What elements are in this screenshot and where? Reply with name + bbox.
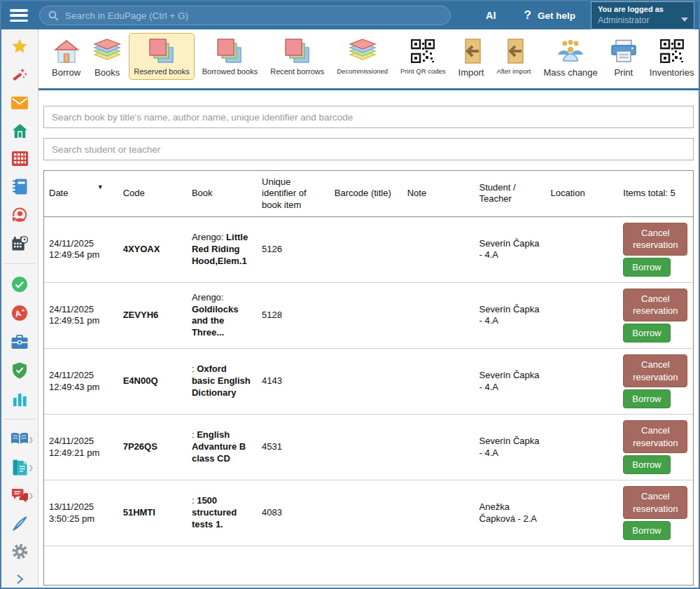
cancel-reservation-button[interactable]: Cancel reservation (623, 223, 687, 256)
reserved-books-panel: ▼Date Code Book Unique identifier of boo… (38, 90, 699, 588)
column-header-code[interactable]: Code (118, 171, 187, 216)
sidebar-item-security[interactable] (10, 362, 29, 379)
global-search-input[interactable] (65, 11, 442, 21)
sidebar-item-settings[interactable] (10, 543, 29, 560)
sidebar-item-timetable[interactable] (10, 151, 29, 167)
toolbar-item-print-qr-codes[interactable]: Print QR codes (396, 33, 450, 79)
ai-button[interactable]: AI (486, 10, 496, 21)
cell-book: : Oxford basic English Dictionary (187, 349, 257, 415)
cell-note (402, 216, 475, 282)
cell-unique-identifier: 5126 (257, 216, 330, 282)
cell-location (546, 349, 619, 415)
borrow-button[interactable]: Borrow (623, 258, 670, 277)
sidebar-item-school[interactable] (10, 123, 29, 139)
sidebar-item-attendance[interactable] (10, 276, 29, 293)
sidebar-item-favorites[interactable] (10, 38, 29, 55)
cell-location (546, 480, 619, 546)
toolbar-item-books[interactable]: Books (88, 33, 126, 82)
column-header-barcode[interactable]: Barcode (title) (330, 171, 402, 216)
column-header-location[interactable]: Location (546, 171, 619, 216)
column-header-date[interactable]: ▼Date (44, 171, 118, 216)
sidebar-item-classbook[interactable] (10, 179, 29, 195)
cell-note (402, 282, 475, 348)
borrow-button[interactable]: Borrow (623, 455, 670, 474)
cell-date: 24/11/202512:49:21 pm (44, 415, 118, 480)
envelope-icon (11, 97, 28, 109)
sidebar-divider (4, 263, 35, 264)
cell-note (402, 349, 475, 415)
top-bar: AI ? Get help You are logged as Administ… (1, 1, 699, 29)
grades-icon: A+ (11, 305, 28, 321)
toolbar-item-print[interactable]: Print (606, 33, 642, 82)
stacked-squares-icon (216, 38, 243, 64)
cell-book: Arengo: Little Red Riding Hood,Elem.1 (187, 216, 257, 282)
cancel-reservation-button[interactable]: Cancel reservation (623, 289, 687, 321)
sidebar-item-wizard[interactable] (10, 67, 29, 83)
magic-wand-icon (12, 67, 27, 83)
sidebar-item-grades[interactable]: A+ (10, 305, 29, 321)
documents-icon (13, 459, 27, 476)
sidebar-item-results[interactable] (10, 391, 29, 407)
cell-barcode (330, 480, 402, 546)
cancel-reservation-button[interactable]: Cancel reservation (623, 354, 687, 387)
toolbar-item-decommissioned[interactable]: Decommissioned (332, 33, 393, 79)
toolbar-item-borrowed-books[interactable]: Borrowed books (197, 33, 263, 80)
toolbar-item-inventories[interactable]: Inventories (645, 33, 699, 82)
book-search-input[interactable] (43, 106, 694, 128)
sidebar-expand-button[interactable] (10, 571, 29, 588)
sidebar-item-messages-mail[interactable] (10, 95, 29, 111)
toolbar-item-mass-change[interactable]: Mass change (538, 33, 602, 82)
sidebar-item-documents[interactable]: ❯ (10, 459, 29, 476)
star-icon (11, 38, 28, 55)
cell-date: 13/11/20253:50:25 pm (44, 480, 118, 546)
cell-code: 4XYOAX (118, 216, 187, 282)
sidebar-item-library[interactable]: ❯ (10, 431, 29, 448)
sort-desc-icon[interactable]: ▼ (97, 183, 104, 191)
logged-in-dropdown[interactable]: You are logged as Administrator (591, 1, 694, 29)
borrow-button[interactable]: Borrow (623, 521, 670, 540)
toolbar-item-recent-borrows[interactable]: Recent borrows (265, 33, 329, 80)
chevron-down-icon (681, 18, 688, 22)
cell-note (402, 480, 475, 546)
printer-icon (610, 38, 637, 64)
sidebar-item-agenda[interactable] (10, 235, 29, 251)
column-header-student-teacher[interactable]: Student / Teacher (475, 171, 546, 216)
people-icon (556, 38, 585, 64)
column-header-note[interactable]: Note (402, 171, 475, 216)
sidebar-item-office[interactable] (10, 333, 29, 349)
person-search-input[interactable] (43, 138, 694, 160)
topbar-right: AI ? Get help You are logged as Administ… (486, 1, 694, 29)
borrow-button[interactable]: Borrow (623, 324, 670, 342)
cancel-reservation-button[interactable]: Cancel reservation (623, 486, 687, 519)
borrow-button[interactable]: Borrow (623, 389, 670, 408)
toolbar-item-borrow[interactable]: Borrow (47, 33, 85, 82)
column-header-items-total: Items total: 5 (618, 171, 693, 216)
cell-barcode (330, 415, 402, 480)
hamburger-menu-icon[interactable] (10, 9, 28, 22)
cell-code: 51HMTI (118, 480, 187, 546)
column-header-unique-identifier[interactable]: Unique identifier of book item (257, 171, 330, 216)
get-help-button[interactable]: ? Get help (524, 8, 575, 22)
search-icon (48, 11, 59, 21)
column-header-book[interactable]: Book (187, 171, 257, 216)
cancel-reservation-button[interactable]: Cancel reservation (623, 420, 687, 453)
cell-location (546, 415, 619, 480)
sidebar-item-substitution[interactable] (10, 207, 29, 223)
cell-actions: Cancel reservation Borrow (618, 216, 693, 282)
logged-as-label: You are logged as (598, 4, 681, 15)
toolbar-item-import[interactable]: Import (454, 33, 489, 82)
toolbar-item-after-import[interactable]: After import (491, 33, 536, 79)
cell-date: 24/11/202512:49:51 pm (44, 282, 118, 348)
sidebar-item-sign[interactable] (10, 515, 29, 532)
attendance-check-icon (11, 276, 28, 293)
toolbar-item-reserved-books[interactable]: Reserved books (129, 33, 195, 80)
question-mark-icon: ? (524, 8, 531, 22)
sidebar-item-chat[interactable]: ❯ (10, 487, 29, 504)
qr-code-icon (411, 38, 435, 64)
cell-actions: Cancel reservation Borrow (618, 349, 693, 415)
table-row: 24/11/202512:49:43 pm E4N00Q : Oxford ba… (44, 349, 693, 415)
global-search[interactable] (39, 6, 451, 25)
cell-student: Severín Čapka - 4.A (475, 349, 546, 415)
settings-gear-icon (12, 543, 28, 560)
cell-unique-identifier: 4083 (257, 480, 330, 546)
